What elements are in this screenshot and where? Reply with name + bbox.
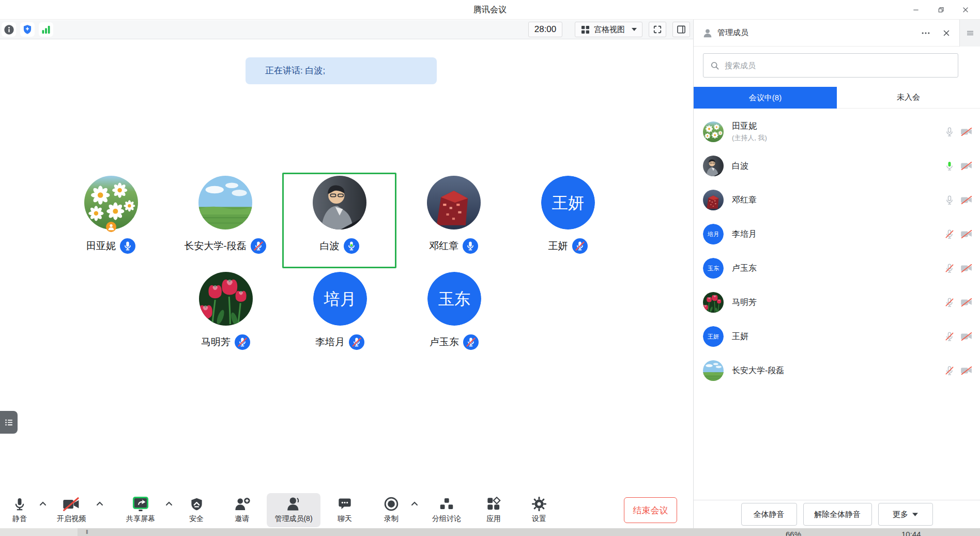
info-icon — [4, 24, 14, 35]
participant-avatar — [198, 176, 252, 229]
unmute-all-button[interactable]: 解除全体静音 — [803, 503, 872, 526]
chevron-up-icon[interactable] — [162, 493, 176, 514]
grid-row-2: 马明芳培月李培月玉东卢玉东 — [169, 269, 511, 364]
shield-plus-status-button[interactable] — [20, 22, 35, 37]
member-list-flyout-toggle[interactable] — [0, 411, 18, 434]
toolbar-item-chat[interactable]: 聊天 — [328, 493, 361, 527]
fullscreen-icon — [652, 24, 663, 35]
member-name: 长安大学-段磊 — [732, 365, 784, 376]
taskbar-mark: ‖ — [86, 529, 88, 535]
chevron-down-icon — [912, 513, 918, 516]
participant-tile[interactable]: 王妍王妍 — [511, 173, 625, 268]
member-avatar — [703, 121, 724, 142]
clock: 10:44 — [901, 530, 921, 536]
member-camera-off-icon[interactable] — [960, 229, 973, 239]
panel-header: 管理成员 — [694, 20, 980, 47]
toolbar-item-label: 分组讨论 — [432, 514, 461, 524]
panel-menu-button[interactable] — [959, 20, 980, 47]
side-panel-toggle-button[interactable] — [672, 22, 690, 37]
member-mic-icon[interactable] — [944, 263, 955, 273]
mic-badge-icon — [120, 238, 135, 254]
participant-tile[interactable]: 玉东卢玉东 — [397, 269, 511, 364]
member-mic-icon[interactable] — [944, 365, 955, 376]
member-row[interactable]: 田亚妮(主持人, 我) — [694, 115, 980, 149]
member-mic-icon[interactable] — [944, 229, 955, 239]
svg-text:玉东: 玉东 — [438, 290, 470, 308]
toolbar-item-share-screen[interactable]: 共享屏幕 — [119, 493, 162, 527]
member-row[interactable]: 玉东卢玉东 — [694, 251, 980, 285]
participant-tile[interactable]: 白波 — [282, 173, 396, 268]
toolbar-item-mic[interactable]: 静音 — [3, 493, 36, 527]
tab-not-joined[interactable]: 未入会 — [837, 87, 980, 109]
mute-all-button[interactable]: 全体静音 — [741, 503, 797, 526]
panel-close-button[interactable] — [940, 26, 953, 40]
toolbar-item-person[interactable]: 管理成员(8) — [267, 493, 320, 527]
search-input[interactable] — [725, 61, 958, 70]
end-meeting-button[interactable]: 结束会议 — [624, 497, 677, 523]
participant-tile[interactable]: 培月李培月 — [283, 269, 397, 364]
toolbar-item-gear[interactable]: 设置 — [523, 493, 556, 527]
member-row[interactable]: 培月李培月 — [694, 217, 980, 251]
toolbar-item-person-add[interactable]: 邀请 — [225, 493, 258, 527]
participant-tile[interactable]: 长安大学-段磊 — [168, 173, 282, 268]
toolbar-item-label: 聊天 — [338, 514, 352, 524]
participant-tile[interactable]: 邓红章 — [396, 173, 511, 268]
toolbar-item-label: 设置 — [532, 514, 546, 524]
more-button[interactable]: 更多 — [878, 503, 933, 526]
toolbar-item-label: 共享屏幕 — [126, 514, 155, 524]
member-row[interactable]: 邓红章 — [694, 183, 980, 217]
panel-more-button[interactable] — [919, 26, 932, 40]
info-status-button[interactable] — [2, 22, 16, 37]
participant-name: 李培月 — [315, 335, 345, 349]
participant-tile[interactable]: 田亚妮 — [54, 173, 168, 268]
toolbar-item-camera-off[interactable]: 开启视频 — [50, 493, 93, 527]
toolbar-item-label: 应用 — [486, 514, 501, 524]
member-mic-icon[interactable] — [944, 127, 955, 137]
chevron-up-icon[interactable] — [408, 493, 421, 514]
member-camera-off-icon[interactable] — [960, 161, 973, 171]
panel-footer: 全体静音 解除全体静音 更多 — [694, 500, 980, 528]
svg-text:王妍: 王妍 — [552, 194, 584, 212]
member-camera-off-icon[interactable] — [960, 366, 973, 375]
network-signal-status-button[interactable] — [39, 22, 53, 37]
member-camera-off-icon[interactable] — [960, 264, 973, 273]
participant-tile[interactable]: 马明芳 — [169, 269, 283, 364]
restore-window-button[interactable] — [935, 4, 947, 16]
member-avatar — [703, 360, 724, 381]
participant-name: 白波 — [320, 239, 340, 253]
member-mic-icon[interactable] — [944, 161, 955, 171]
toolbar-item-blocks[interactable]: 分组讨论 — [425, 493, 468, 527]
host-badge-icon — [106, 222, 116, 232]
tab-in-meeting[interactable]: 会议中(8) — [694, 87, 837, 109]
member-row[interactable]: 马明芳 — [694, 285, 980, 319]
os-taskbar: ‖ 66% 10:44 — [0, 528, 980, 536]
close-window-button[interactable] — [959, 4, 972, 16]
svg-text:玉东: 玉东 — [708, 265, 719, 271]
toolbar-item-label: 录制 — [384, 514, 399, 524]
minimize-window-button[interactable] — [910, 4, 922, 16]
toolbar-item-record[interactable]: 录制 — [375, 493, 408, 527]
toolbar-item-apps[interactable]: 应用 — [477, 493, 510, 527]
toolbar-item-shield[interactable]: 安全 — [180, 493, 213, 527]
member-camera-off-icon[interactable] — [960, 195, 973, 205]
member-name: 马明芳 — [732, 297, 757, 308]
member-mic-icon[interactable] — [944, 297, 955, 308]
member-row[interactable]: 长安大学-段磊 — [694, 354, 980, 388]
person-icon — [702, 27, 713, 39]
member-row[interactable]: 白波 — [694, 149, 980, 183]
member-mic-icon[interactable] — [944, 331, 955, 342]
member-camera-off-icon[interactable] — [960, 298, 973, 307]
svg-text:培月: 培月 — [708, 231, 719, 237]
participant-avatar: 玉东 — [427, 272, 481, 326]
member-name: 田亚妮 — [732, 121, 767, 132]
chevron-up-icon[interactable] — [93, 493, 106, 514]
member-mic-icon[interactable] — [944, 195, 955, 205]
speaking-banner: 正在讲话: 白波; — [246, 57, 437, 84]
fullscreen-button[interactable] — [649, 22, 666, 37]
member-camera-off-icon[interactable] — [960, 127, 973, 136]
mic-badge-icon — [572, 238, 588, 254]
member-camera-off-icon[interactable] — [960, 332, 973, 341]
member-row[interactable]: 王妍王妍 — [694, 319, 980, 354]
chevron-up-icon[interactable] — [36, 493, 50, 514]
view-mode-dropdown[interactable]: 宫格视图 — [575, 22, 642, 37]
